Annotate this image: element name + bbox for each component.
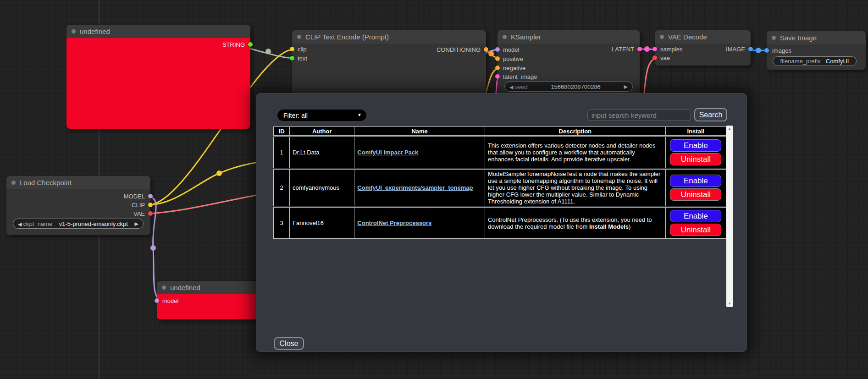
node-save-image[interactable]: Save Image images filename_prefix ComfyU…: [767, 31, 866, 70]
input-dot-vae[interactable]: [652, 55, 657, 60]
seed-increment-arrow-icon[interactable]: ▶: [624, 84, 628, 90]
extension-link[interactable]: ComfyUI Impact Pack: [357, 149, 418, 156]
comfyui-canvas[interactable]: undefined STRING CLIP Text Encode (Promp…: [0, 0, 868, 379]
search-input[interactable]: [587, 110, 691, 121]
input-label: vae: [660, 55, 670, 61]
output-dot-vae[interactable]: [148, 211, 153, 216]
output-dot-conditioning[interactable]: [484, 47, 488, 52]
cell-author: Fannovel16: [290, 207, 354, 239]
node-title-bar[interactable]: Save Image: [767, 31, 866, 44]
input-dot-positive[interactable]: [495, 56, 500, 61]
node-title-bar[interactable]: CLIP Text Encode (Prompt): [292, 30, 486, 44]
seed-widget[interactable]: ◀ seed 156680208700286 ▶: [504, 82, 633, 92]
enable-button[interactable]: Enable: [670, 210, 721, 222]
ckpt-prev-arrow-icon[interactable]: ◀: [18, 221, 23, 227]
node-ksampler[interactable]: KSampler model positive negative latent_…: [498, 30, 640, 97]
search-button[interactable]: Search: [694, 108, 727, 121]
input-dot-model[interactable]: [155, 298, 159, 303]
output-dot-latent[interactable]: [637, 47, 642, 51]
cell-id: 2: [273, 169, 290, 206]
enable-button[interactable]: Enable: [670, 175, 721, 187]
node-body: model positive negative latent_image LAT…: [498, 44, 640, 97]
node-title: KSampler: [511, 33, 541, 41]
input-label: latent_image: [503, 73, 537, 80]
cell-description: This extension offers various detector n…: [485, 137, 666, 168]
node-collapse-dot-icon[interactable]: [297, 35, 301, 39]
col-header-name: Name: [354, 126, 485, 136]
filter-select[interactable]: Filter: all: [277, 110, 366, 121]
output-dot-image[interactable]: [748, 47, 753, 51]
output-label: STRING: [222, 41, 245, 48]
node-title: Load Checkpoint: [20, 179, 72, 187]
node-collapse-dot-icon[interactable]: [772, 36, 776, 40]
input-dot-negative[interactable]: [495, 66, 500, 70]
node-title-bar[interactable]: VAE Decode: [655, 30, 751, 44]
ckpt-name-widget[interactable]: ◀ ckpt_name v1-5-pruned-emaonly.ckpt ▶: [13, 219, 144, 229]
node-body: MODEL CLIP VAE ◀ ckpt_name v1-5-pruned-e…: [6, 189, 150, 235]
output-label: VAE: [133, 210, 145, 217]
custom-nodes-manager-dialog: Filter: all ▼ Search ID Author Name Desc…: [256, 93, 747, 352]
uninstall-button[interactable]: Uninstall: [670, 224, 721, 236]
node-collapse-dot-icon[interactable]: [503, 35, 507, 39]
node-undefined-string[interactable]: undefined STRING: [66, 25, 250, 129]
node-collapse-dot-icon[interactable]: [72, 29, 76, 33]
output-dot-clip[interactable]: [148, 203, 153, 207]
input-label: model: [162, 297, 178, 304]
uninstall-button[interactable]: Uninstall: [670, 188, 721, 201]
cell-author: Dr.Lt.Data: [290, 137, 354, 168]
extension-link[interactable]: ControlNet Preprocessors: [357, 220, 431, 226]
filename-prefix-widget[interactable]: filename_prefix ComfyUI: [773, 56, 857, 66]
filter-select-wrap: Filter: all ▼: [277, 110, 366, 121]
output-dot-string[interactable]: [248, 42, 253, 47]
seed-widget-label: seed: [515, 83, 528, 90]
col-header-description: Description: [485, 126, 666, 136]
cell-author: comfyanonymous: [290, 169, 354, 206]
table-scrollbar[interactable]: ▲ ▼: [726, 126, 733, 307]
scroll-down-arrow-icon[interactable]: ▼: [728, 301, 731, 307]
input-dot-model[interactable]: [495, 47, 500, 52]
cell-description: ControlNet Preprocessors. (To use this e…: [485, 207, 666, 239]
node-title: Save Image: [780, 34, 817, 42]
table-row: 3 Fannovel16 ControlNet Preprocessors Co…: [273, 207, 726, 239]
node-body: samples vae IMAGE: [655, 44, 751, 66]
node-title: VAE Decode: [668, 33, 707, 41]
ckpt-widget-label: ckpt_name: [23, 220, 53, 227]
input-dot-images[interactable]: [764, 48, 769, 53]
node-title-bar[interactable]: KSampler: [498, 30, 640, 44]
node-title-bar[interactable]: undefined: [66, 25, 250, 38]
scroll-up-arrow-icon[interactable]: ▲: [728, 126, 731, 132]
output-dot-model[interactable]: [148, 194, 153, 198]
output-label: IMAGE: [726, 46, 745, 53]
node-collapse-dot-icon[interactable]: [11, 181, 16, 185]
input-dot-samples[interactable]: [652, 47, 657, 51]
node-title: CLIP Text Encode (Prompt): [305, 33, 389, 41]
node-clip-text-encode[interactable]: CLIP Text Encode (Prompt) clip text COND…: [292, 30, 486, 99]
table-row: 1 Dr.Lt.Data ComfyUI Impact Pack This ex…: [273, 137, 726, 168]
seed-decrement-arrow-icon[interactable]: ◀: [509, 84, 515, 90]
node-body-error: STRING: [66, 38, 250, 129]
node-title: undefined: [80, 27, 110, 35]
col-header-install: Install: [666, 126, 726, 136]
enable-button[interactable]: Enable: [670, 139, 721, 152]
output-label: LATENT: [612, 46, 634, 53]
node-collapse-dot-icon[interactable]: [660, 35, 664, 39]
table-row: 2 comfyanonymous ComfyUI_experiments/sam…: [273, 169, 726, 206]
input-dot-text[interactable]: [290, 56, 294, 60]
ckpt-next-arrow-icon[interactable]: ▶: [135, 221, 138, 227]
seed-widget-value: 156680208700286: [551, 83, 600, 90]
extension-table-zone: ID Author Name Description Install 1 Dr.…: [273, 126, 733, 307]
node-body: images filename_prefix ComfyUI: [767, 44, 866, 70]
extension-link[interactable]: ComfyUI_experiments/sampler_tonemap: [357, 184, 473, 191]
filename-prefix-value: ComfyUI: [826, 58, 849, 65]
node-vae-decode[interactable]: VAE Decode samples vae IMAGE: [655, 30, 751, 66]
close-button[interactable]: Close: [274, 337, 304, 350]
node-title: undefined: [170, 284, 200, 291]
ckpt-widget-value: v1-5-pruned-emaonly.ckpt: [59, 220, 128, 227]
output-label: CONDITIONING: [437, 46, 481, 53]
uninstall-button[interactable]: Uninstall: [670, 153, 721, 165]
node-title-bar[interactable]: Load Checkpoint: [6, 176, 150, 189]
node-collapse-dot-icon[interactable]: [162, 286, 166, 290]
node-load-checkpoint[interactable]: Load Checkpoint MODEL CLIP VAE ◀ ckpt_na…: [6, 176, 150, 235]
input-dot-latent-image[interactable]: [495, 74, 500, 79]
input-dot-clip[interactable]: [290, 47, 294, 51]
